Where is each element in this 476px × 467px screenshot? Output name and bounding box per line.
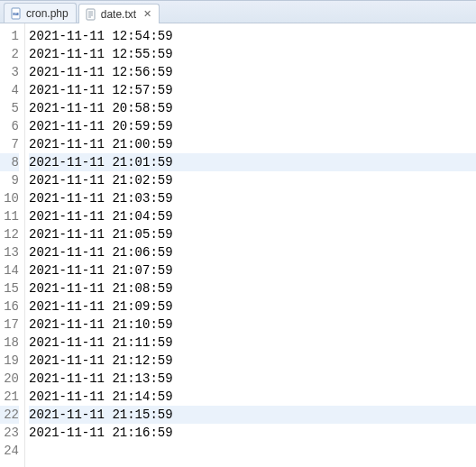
line-number: 6 (0, 117, 19, 135)
line-number: 22 (0, 406, 19, 424)
text-line[interactable]: 2021-11-11 21:05:59 (29, 225, 476, 243)
svg-rect-3 (87, 9, 95, 20)
line-number: 9 (0, 171, 19, 189)
line-number: 8 (0, 153, 19, 171)
text-line[interactable]: 2021-11-11 12:56:59 (29, 63, 476, 81)
text-line[interactable]: 2021-11-11 21:10:59 (29, 316, 476, 334)
line-number: 13 (0, 243, 19, 261)
line-number: 16 (0, 298, 19, 316)
php-file-icon: P (10, 7, 23, 20)
text-line[interactable]: 2021-11-11 21:09:59 (29, 298, 476, 316)
line-number: 23 (0, 424, 19, 442)
line-number: 18 (0, 334, 19, 352)
tab-label: cron.php (26, 7, 69, 20)
line-number: 21 (0, 388, 19, 406)
line-number: 19 (0, 352, 19, 370)
close-icon[interactable]: ✕ (143, 9, 151, 19)
text-file-icon (85, 8, 97, 21)
text-line[interactable]: 2021-11-11 21:11:59 (29, 334, 476, 352)
text-line[interactable]: 2021-11-11 21:04:59 (29, 207, 476, 225)
line-number-gutter: 123456789101112131415161718192021222324 (0, 23, 25, 467)
text-line[interactable]: 2021-11-11 21:07:59 (29, 261, 476, 279)
text-line[interactable]: 2021-11-11 21:08:59 (29, 279, 476, 298)
line-number: 2 (0, 45, 19, 63)
line-number: 4 (0, 81, 19, 99)
line-number: 5 (0, 99, 19, 117)
line-number: 7 (0, 135, 19, 153)
line-number: 12 (0, 225, 19, 243)
text-line[interactable]: 2021-11-11 21:16:59 (29, 424, 476, 442)
text-line[interactable]: 2021-11-11 21:00:59 (29, 135, 476, 153)
editor-area[interactable]: 123456789101112131415161718192021222324 … (0, 23, 476, 467)
text-line[interactable]: 2021-11-11 21:02:59 (29, 171, 476, 189)
line-number: 1 (0, 27, 19, 45)
line-number: 10 (0, 189, 19, 207)
text-line[interactable]: 2021-11-11 21:06:59 (29, 243, 476, 261)
line-number: 17 (0, 316, 19, 334)
text-line[interactable]: 2021-11-11 21:03:59 (29, 189, 476, 207)
text-line[interactable]: 2021-11-11 20:59:59 (29, 117, 476, 135)
line-number: 20 (0, 370, 19, 388)
text-line[interactable]: 2021-11-11 20:58:59 (29, 99, 476, 117)
line-number: 3 (0, 63, 19, 81)
tab-label: date.txt (101, 8, 136, 21)
text-line[interactable]: 2021-11-11 12:55:59 (29, 45, 476, 63)
line-number: 11 (0, 207, 19, 225)
text-line[interactable]: 2021-11-11 21:13:59 (29, 370, 476, 388)
line-number: 15 (0, 279, 19, 298)
text-line[interactable]: 2021-11-11 12:57:59 (29, 81, 476, 99)
line-number: 14 (0, 261, 19, 279)
tab-date-txt[interactable]: date.txt ✕ (78, 4, 160, 23)
text-line[interactable]: 2021-11-11 12:54:59 (29, 27, 476, 45)
text-line[interactable]: 2021-11-11 21:14:59 (29, 388, 476, 406)
text-line[interactable]: 2021-11-11 21:01:59 (29, 153, 476, 171)
text-content[interactable]: 2021-11-11 12:54:592021-11-11 12:55:5920… (25, 23, 476, 467)
text-line[interactable] (29, 442, 476, 460)
tab-cron-php[interactable]: P cron.php (4, 3, 77, 23)
line-number: 24 (0, 442, 19, 460)
tab-bar: P cron.php date.txt ✕ (0, 1, 476, 23)
text-line[interactable]: 2021-11-11 21:15:59 (29, 406, 476, 424)
text-line[interactable]: 2021-11-11 21:12:59 (29, 352, 476, 370)
